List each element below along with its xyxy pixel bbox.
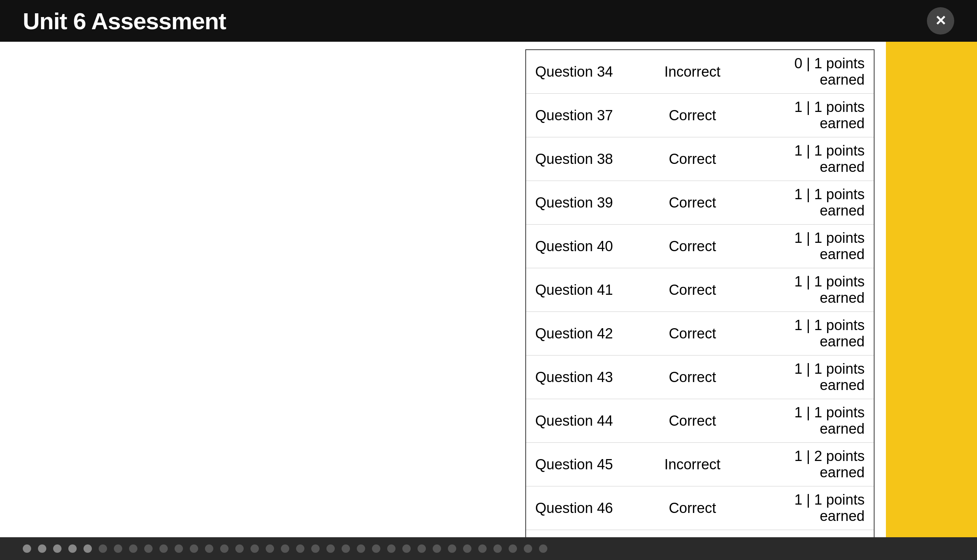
status-label: Correct: [647, 137, 738, 181]
progress-dot: [159, 545, 168, 553]
question-label: Question 42: [526, 312, 647, 355]
progress-dot: [53, 545, 62, 553]
question-label: Question 39: [526, 181, 647, 225]
progress-dot: [129, 545, 137, 553]
progress-dot: [281, 545, 289, 553]
table-row: Question 43 Correct 1 | 1 points earned: [526, 355, 874, 399]
progress-dot: [418, 545, 426, 553]
status-label: Correct: [647, 399, 738, 443]
progress-dot: [84, 545, 92, 553]
points-label: 1 | 1 points earned: [738, 487, 874, 530]
status-label: Correct: [647, 355, 738, 399]
status-label: Correct: [647, 312, 738, 355]
progress-dot: [342, 545, 350, 553]
points-label: 1 | 1 points earned: [738, 399, 874, 443]
main-content: Question 34 Incorrect 0 | 1 points earne…: [0, 42, 977, 537]
question-label: Question 40: [526, 225, 647, 268]
question-label: Question 44: [526, 399, 647, 443]
table-row: Question 37 Correct 1 | 1 points earned: [526, 94, 874, 137]
progress-dot: [68, 545, 77, 553]
table-row: Question 40 Correct 1 | 1 points earned: [526, 225, 874, 268]
question-label: Question 38: [526, 137, 647, 181]
question-label: Question 43: [526, 355, 647, 399]
progress-dot: [144, 545, 153, 553]
progress-dot: [23, 545, 31, 553]
page-title: Unit 6 Assessment: [23, 8, 226, 35]
status-label: Correct: [647, 94, 738, 137]
table-row: Question 45 Incorrect 1 | 2 points earne…: [526, 443, 874, 487]
question-label: Question 45: [526, 443, 647, 487]
progress-dot: [205, 545, 213, 553]
table-row: Question 39 Correct 1 | 1 points earned: [526, 181, 874, 225]
status-label: Correct: [647, 487, 738, 530]
progress-dot: [387, 545, 396, 553]
progress-dot: [448, 545, 456, 553]
status-label: Incorrect: [647, 443, 738, 487]
progress-dot: [38, 545, 46, 553]
points-label: 1 | 1 points earned: [738, 225, 874, 268]
points-label: 1 | 1 points earned: [738, 312, 874, 355]
points-label: 1 | 1 points earned: [738, 181, 874, 225]
points-label: 1 | 2 points earned: [738, 443, 874, 487]
table-row: Question 44 Correct 1 | 1 points earned: [526, 399, 874, 443]
question-label: Question 34: [526, 50, 647, 94]
results-table: Question 34 Incorrect 0 | 1 points earne…: [525, 49, 875, 560]
progress-dot: [296, 545, 304, 553]
table-row: Question 41 Correct 1 | 1 points earned: [526, 268, 874, 312]
left-spacer: [0, 42, 514, 537]
points-label: 1 | 1 points earned: [738, 137, 874, 181]
progress-dot: [326, 545, 335, 553]
table-row: Question 34 Incorrect 0 | 1 points earne…: [526, 50, 874, 94]
progress-dot: [402, 545, 411, 553]
points-label: 1 | 1 points earned: [738, 94, 874, 137]
progress-dot: [235, 545, 244, 553]
status-label: Correct: [647, 268, 738, 312]
progress-dot: [357, 545, 365, 553]
progress-dot: [311, 545, 320, 553]
progress-dot: [190, 545, 198, 553]
progress-dot: [266, 545, 274, 553]
table-row: Question 38 Correct 1 | 1 points earned: [526, 137, 874, 181]
progress-dot: [524, 545, 532, 553]
table-row: Question 46 Correct 1 | 1 points earned: [526, 487, 874, 530]
progress-dot: [433, 545, 441, 553]
points-label: 1 | 1 points earned: [738, 268, 874, 312]
header: Unit 6 Assessment ✕: [0, 0, 977, 42]
progress-dot: [463, 545, 471, 553]
question-label: Question 41: [526, 268, 647, 312]
right-yellow-bar: [886, 42, 977, 537]
status-label: Correct: [647, 181, 738, 225]
table-row: Question 42 Correct 1 | 1 points earned: [526, 312, 874, 355]
status-label: Incorrect: [647, 50, 738, 94]
bottom-progress-bar: [0, 537, 977, 560]
progress-dot: [99, 545, 107, 553]
progress-dot: [478, 545, 487, 553]
close-button[interactable]: ✕: [927, 7, 954, 35]
points-label: 0 | 1 points earned: [738, 50, 874, 94]
progress-dot: [372, 545, 380, 553]
status-label: Correct: [647, 225, 738, 268]
progress-dot: [175, 545, 183, 553]
points-label: 1 | 1 points earned: [738, 355, 874, 399]
center-content: Question 34 Incorrect 0 | 1 points earne…: [514, 42, 886, 537]
progress-dot: [493, 545, 502, 553]
question-label: Question 46: [526, 487, 647, 530]
progress-dot: [539, 545, 547, 553]
progress-dot: [220, 545, 229, 553]
question-label: Question 37: [526, 94, 647, 137]
progress-dot: [114, 545, 122, 553]
progress-dot: [251, 545, 259, 553]
progress-dot: [509, 545, 517, 553]
